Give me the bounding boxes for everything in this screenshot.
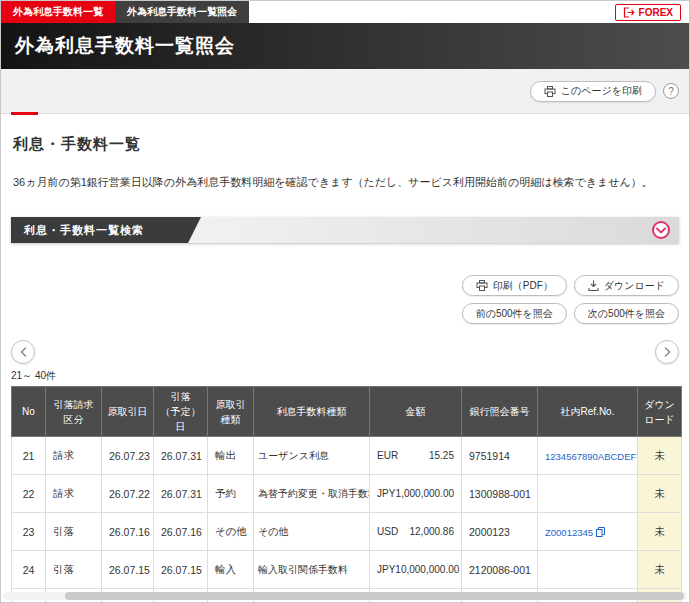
cell-original-date: 26.07.23 [102,437,154,475]
prev-page-button[interactable] [11,340,35,364]
prev-500-button[interactable]: 前の500件を照会 [462,303,567,324]
cell-debit-date: 26.07.15 [154,551,208,589]
table-row: 24 引落 26.07.15 26.07.15 輸入 輸入取引関係手数料 JPY… [12,551,682,589]
internal-ref-text: 1234567890ABCDEF [545,451,636,462]
currency-code: USD [377,526,398,537]
cell-fee-type: その他 [254,513,370,551]
utility-bar: このページを印刷 ? [1,69,689,114]
section-title: 利息・手数料一覧 [13,135,679,154]
print-page-label: このページを印刷 [561,84,642,98]
cell-no: 21 [12,437,46,475]
result-count-label: 21～ 40件 [11,369,679,383]
search-accordion[interactable]: 利息・手数料一覧検索 [11,217,679,243]
fee-table: No 引落請求 区分 原取引日 引落 （予定）日 原取引 種類 利息手数料種類 … [11,386,682,603]
amount-value: 1,000,000.00 [396,488,454,499]
download-label: ダウンロード [604,279,665,293]
cell-amount: EUR 15.25 [370,437,462,475]
tab-fee-list-inquiry[interactable]: 外為利息手数料一覧照会 [115,1,249,23]
cell-bank-ref: 2120086-001 [462,551,538,589]
cell-txn-type: 輸入 [208,551,254,589]
col-kubun: 引落請求 区分 [46,387,102,437]
internal-ref-link[interactable]: 1234567890ABCDEF [545,451,638,462]
amount-value: 12,000.86 [410,526,455,537]
amount-value: 10,000,000.00 [395,564,459,575]
table-row: 22 請求 26.07.22 26.07.31 予約 為替予約変更・取消手数料 … [12,475,682,513]
internal-ref-text: Z00012345 [545,527,593,538]
col-no: No [12,387,46,437]
cell-internal-ref: Z00012345 [538,513,638,551]
cell-no: 22 [12,475,46,513]
main-content: 利息・手数料一覧 36ヵ月前の第1銀行営業日以降の外為利息手数料明細を確認できま… [1,135,689,603]
col-original-date: 原取引日 [102,387,154,437]
next-500-label: 次の500件を照会 [588,307,665,321]
download-button[interactable]: ダウンロード [574,275,679,296]
cell-amount: USD 12,000.86 [370,513,462,551]
chevron-down-icon [656,227,666,234]
cell-download-status: 未 [638,475,682,513]
cell-bank-ref: 1300988-001 [462,475,538,513]
table-header: No 引落請求 区分 原取引日 引落 （予定）日 原取引 種類 利息手数料種類 … [12,387,682,437]
download-icon [588,280,599,291]
tab-fee-list-label: 外為利息手数料一覧 [13,5,103,19]
cell-no: 23 [12,513,46,551]
col-amount: 金額 [370,387,462,437]
currency-code: EUR [377,450,398,461]
cell-debit-date: 26.07.16 [154,513,208,551]
internal-ref-link[interactable]: Z00012345 [545,527,605,538]
cell-original-date: 26.07.15 [102,551,154,589]
print-pdf-label: 印刷（PDF） [493,279,553,293]
cell-fee-type: 為替予約変更・取消手数料 [254,475,370,513]
brand-label: FOREX [639,7,673,18]
cell-txn-type: 予約 [208,475,254,513]
cell-fee-type: ユーザンス利息 [254,437,370,475]
amount-value: 15.25 [429,450,454,461]
copy-icon [596,527,605,537]
cell-kubun: 請求 [46,475,102,513]
table-body: 21 請求 26.07.23 26.07.31 輸出 ユーザンス利息 EUR 1… [12,437,682,603]
cell-internal-ref [538,551,638,589]
prev-500-label: 前の500件を照会 [476,307,553,321]
cell-bank-ref: 9751914 [462,437,538,475]
help-button[interactable]: ? [663,83,679,99]
currency-code: JPY [377,488,395,499]
currency-code: JPY [377,564,395,575]
cell-txn-type: 輸出 [208,437,254,475]
cell-debit-date: 26.07.31 [154,437,208,475]
cell-internal-ref: 1234567890ABCDEF [538,437,638,475]
col-download: ダウン ロード [638,387,682,437]
col-debit-date: 引落 （予定）日 [154,387,208,437]
help-label: ? [668,86,674,97]
printer-icon [476,280,488,291]
col-internal-ref: 社内Ref.No. [538,387,638,437]
cell-fee-type: 輸入取引関係手数料 [254,551,370,589]
table-row: 23 引落 26.07.16 26.07.16 その他 その他 USD 12,0… [12,513,682,551]
cell-download-status: 未 [638,513,682,551]
cell-amount: JPY 1,000,000.00 [370,475,462,513]
print-page-button[interactable]: このページを印刷 [530,81,656,102]
tab-fee-list[interactable]: 外為利息手数料一覧 [1,1,115,23]
horizontal-scrollbar-thumb[interactable] [65,592,684,600]
cell-kubun: 引落 [46,551,102,589]
search-accordion-label: 利息・手数料一覧検索 [11,217,679,243]
cell-txn-type: その他 [208,513,254,551]
cell-kubun: 引落 [46,513,102,551]
page: 外為利息手数料一覧 外為利息手数料一覧照会 FOREX 外為利息手数料一覧照会 … [0,0,690,603]
cell-download-status: 未 [638,437,682,475]
print-pdf-button[interactable]: 印刷（PDF） [462,275,567,296]
chevron-right-icon [664,347,671,357]
next-page-button[interactable] [655,340,679,364]
forex-logout-button[interactable]: FOREX [615,4,681,21]
col-txn-type: 原取引 種類 [208,387,254,437]
tab-fee-list-inquiry-label: 外為利息手数料一覧照会 [127,5,237,19]
table-row: 21 請求 26.07.23 26.07.31 輸出 ユーザンス利息 EUR 1… [12,437,682,475]
chevron-left-icon [20,347,27,357]
next-500-button[interactable]: 次の500件を照会 [574,303,679,324]
cell-internal-ref [538,475,638,513]
cell-original-date: 26.07.22 [102,475,154,513]
cell-no: 24 [12,551,46,589]
cell-download-status: 未 [638,551,682,589]
section-description: 36ヵ月前の第1銀行営業日以降の外為利息手数料明細を確認できます（ただし、サービ… [13,175,679,190]
horizontal-scrollbar-track[interactable] [3,592,687,600]
active-tab-indicator [11,112,38,115]
accordion-toggle-button[interactable] [652,221,670,239]
